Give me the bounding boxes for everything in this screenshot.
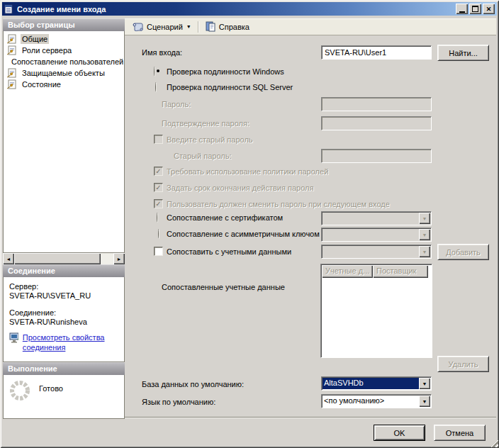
login-name-input[interactable] — [321, 45, 432, 60]
mapped-credentials-table: Учетные д... Поставщик — [320, 264, 432, 358]
sql-auth-radio[interactable] — [155, 82, 157, 92]
scroll-right-icon[interactable]: ► — [113, 253, 125, 264]
map-credential-label[interactable]: Сопоставить с учетными данными — [167, 247, 291, 257]
add-button: Добавить — [437, 244, 489, 260]
script-button[interactable]: Сценарий ▼ — [130, 21, 194, 33]
scrollbar-track[interactable] — [101, 253, 113, 264]
enforce-expiration-label: Задать срок окончания действия пароля — [167, 184, 313, 193]
old-password-check-label: Введите старый пароль — [167, 135, 253, 145]
certificate-combo-value — [323, 213, 419, 224]
map-asym-key-label[interactable]: Сопоставление с асимметричным ключом — [167, 230, 320, 239]
connection-panel: Сервер: SVETA-RU\SVETA_RU Соединение: SV… — [3, 277, 125, 362]
old-password-checkbox — [154, 135, 163, 144]
mapped-credentials-label: Сопоставленные учетные данные — [162, 283, 289, 292]
scroll-left-icon[interactable]: ◄ — [3, 253, 14, 264]
maximize-button[interactable] — [469, 4, 481, 14]
progress-header: Выполнение — [3, 362, 125, 375]
enforce-expiration-checkbox: ✓ — [154, 183, 163, 192]
default-db-label: База данных по умолчанию: — [142, 380, 244, 389]
password-label: Пароль: — [162, 100, 191, 109]
enforce-policy-checkbox: ✓ — [154, 167, 163, 176]
must-change-checkbox: ✓ — [154, 199, 163, 208]
combo-arrow-icon: ▼ — [419, 229, 430, 240]
login-name-label: Имя входа: — [142, 48, 182, 57]
sql-auth-label[interactable]: Проверка подлинности SQL Server — [167, 83, 293, 92]
sidebar-item-status[interactable]: Состояние — [4, 79, 124, 90]
sidebar-item-label: Общие — [21, 34, 49, 44]
default-lang-label: Язык по умолчанию: — [142, 398, 215, 407]
progress-spinner-icon — [8, 379, 32, 403]
map-credential-checkbox[interactable] — [154, 247, 163, 256]
general-page-form: Имя входа: Найти... Проверка подлинности… — [125, 36, 496, 417]
map-asym-key-radio[interactable] — [158, 229, 159, 239]
sidebar-item-server-roles[interactable]: Роли сервера — [4, 45, 124, 56]
page-icon — [6, 34, 17, 44]
sidebar: Выбор страницы Общие Роли сервера Сопост… — [3, 18, 125, 445]
cancel-button[interactable]: Отмена — [434, 425, 486, 441]
asym-key-combo-value — [323, 229, 419, 240]
script-button-label: Сценарий — [147, 23, 183, 31]
server-value: SVETA-RU\SVETA_RU — [9, 291, 118, 301]
must-change-label: Пользователь должен сменить пароль при с… — [167, 200, 390, 209]
minimize-icon — [459, 11, 465, 13]
sidebar-item-user-mapping[interactable]: Сопоставление пользователей — [4, 56, 124, 67]
minimize-button[interactable] — [456, 4, 468, 14]
page-list: Общие Роли сервера Сопоставление пользов… — [3, 31, 125, 253]
maximize-icon — [472, 6, 478, 12]
connection-value: SVETA-RU\Runisheva — [9, 318, 118, 327]
default-lang-combobox[interactable]: <по умолчанию> ▼ — [321, 394, 432, 408]
view-connection-properties-link[interactable]: Просмотреть свойства соединения — [23, 332, 118, 352]
help-button-label: Справка — [219, 23, 250, 31]
sidebar-item-securables[interactable]: Защищаемые объекты — [4, 67, 124, 79]
combo-arrow-icon: ▼ — [419, 246, 430, 257]
scrollbar-thumb[interactable] — [14, 253, 101, 264]
window-title: Создание имени входа — [17, 5, 454, 13]
page-icon — [6, 45, 17, 55]
map-certificate-label[interactable]: Сопоставление с сертификатом — [167, 213, 283, 223]
sidebar-item-label: Состояние — [21, 79, 62, 89]
credential-combobox: ▼ — [321, 245, 432, 259]
script-icon — [133, 22, 144, 32]
connection-header: Соединение — [3, 264, 125, 277]
script-dropdown-icon[interactable]: ▼ — [186, 24, 191, 29]
titlebar[interactable]: Создание имени входа ✕ — [2, 2, 497, 16]
main-panel: Сценарий ▼ Справка Имя входа: Найти... — [125, 18, 496, 445]
combo-arrow-icon: ▼ — [419, 213, 430, 224]
certificate-combobox: ▼ — [321, 211, 432, 225]
map-certificate-radio[interactable] — [157, 213, 158, 223]
footer: OK Отмена — [125, 417, 496, 445]
windows-auth-label[interactable]: Проверка подлинности Windows — [167, 67, 284, 77]
default-db-value[interactable]: AltaSVHDb — [323, 378, 419, 389]
combo-arrow-icon[interactable]: ▼ — [419, 378, 430, 389]
close-button[interactable]: ✕ — [483, 4, 495, 14]
sidebar-item-general[interactable]: Общие — [4, 33, 124, 45]
confirm-password-label: Подтверждение пароля: — [162, 119, 250, 128]
default-db-combobox[interactable]: AltaSVHDb ▼ — [321, 376, 432, 391]
help-icon — [205, 21, 216, 32]
sidebar-horizontal-scrollbar[interactable]: ◄ ► — [3, 253, 125, 264]
help-button[interactable]: Справка — [202, 20, 252, 33]
progress-panel: Готово — [3, 375, 125, 419]
confirm-password-input — [321, 116, 432, 130]
password-input — [321, 97, 432, 111]
credential-combo-value — [323, 246, 419, 257]
sidebar-item-label: Роли сервера — [21, 45, 73, 55]
table-column-provider: Поставщик — [373, 265, 428, 278]
combo-arrow-icon[interactable]: ▼ — [419, 396, 430, 407]
connection-label: Соединение: — [9, 308, 118, 318]
delete-button: Удалить — [437, 356, 489, 372]
search-button[interactable]: Найти... — [437, 45, 489, 61]
page-icon — [6, 79, 17, 89]
toolbar-separator — [198, 21, 198, 33]
old-password-label: Старый пароль: — [174, 152, 231, 161]
asym-key-combobox: ▼ — [321, 228, 432, 242]
close-icon: ✕ — [486, 6, 492, 13]
windows-auth-radio[interactable] — [154, 67, 155, 77]
old-password-input — [321, 149, 432, 163]
sidebar-item-label: Сопоставление пользователей — [10, 57, 124, 67]
server-label: Сервер: — [9, 282, 118, 291]
pages-header: Выбор страницы — [3, 18, 125, 31]
default-lang-value[interactable]: <по умолчанию> — [323, 396, 419, 407]
table-column-credential: Учетные д... — [322, 265, 373, 278]
ok-button[interactable]: OK — [374, 425, 425, 441]
